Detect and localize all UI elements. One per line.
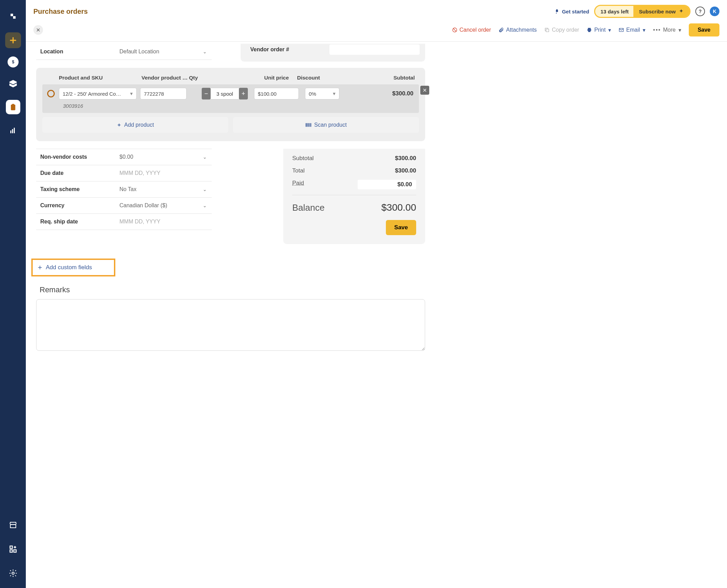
attachments-button[interactable]: Attachments — [498, 27, 537, 33]
chevron-down-icon: ⌄ — [198, 187, 212, 192]
help-icon[interactable]: ? — [695, 7, 705, 16]
vendor-order-number-input[interactable] — [329, 44, 420, 55]
remarks-title: Remarks — [36, 285, 425, 294]
svg-rect-11 — [546, 29, 549, 32]
col-qty: Qty — [189, 75, 241, 81]
req-ship-date-field[interactable]: Req. ship date MMM DD, YYYY — [36, 213, 212, 230]
taxing-scheme-field[interactable]: Taxing scheme No Tax ⌄ — [36, 181, 212, 197]
line-subtotal: $300.00 — [392, 90, 416, 97]
chevron-down-icon: ⌄ — [198, 154, 212, 160]
item-status-icon — [47, 90, 55, 97]
nav-inventory-icon[interactable] — [5, 76, 21, 92]
svg-rect-1 — [11, 105, 15, 111]
close-button[interactable] — [33, 25, 43, 35]
add-product-button[interactable]: Add product — [42, 117, 228, 133]
chevron-down-icon: ▾ — [130, 91, 133, 97]
nav-sales-icon[interactable]: $ — [8, 56, 19, 67]
email-button[interactable]: Email ▾ — [619, 27, 645, 33]
svg-rect-6 — [10, 546, 12, 548]
close-icon — [36, 28, 40, 32]
location-field[interactable]: Location Default Location ⌄ — [36, 44, 212, 60]
product-select[interactable]: 12/2 - 250' Armored Co… ▾ — [59, 88, 137, 99]
chevron-down-icon: ▾ — [678, 27, 681, 33]
remarks-section: Remarks — [36, 285, 425, 352]
svg-rect-4 — [12, 129, 13, 133]
line-item-row: 12/2 - 250' Armored Co… ▾ 7722278 − 3 sp… — [42, 84, 419, 113]
sidebar: $ — [0, 0, 26, 588]
action-bar: Cancel order Attachments Copy order Prin… — [26, 21, 727, 42]
nav-store-icon[interactable] — [5, 517, 21, 533]
remarks-textarea[interactable] — [36, 299, 425, 351]
page-title: Purchase orders — [33, 8, 88, 15]
currency-field[interactable]: Currency Canadian Dollar ($) ⌄ — [36, 197, 212, 213]
col-subtotal: Subtotal — [337, 75, 417, 81]
col-product: Product and SKU — [44, 75, 141, 81]
get-started-link[interactable]: Get started — [554, 9, 589, 14]
nav-purchase-orders-icon[interactable] — [6, 100, 20, 114]
scan-product-button[interactable]: Scan product — [233, 117, 419, 133]
vendor-order-number-field[interactable]: Vendor order # — [246, 44, 420, 60]
rocket-icon — [554, 9, 560, 14]
cancel-icon — [452, 27, 457, 33]
chevron-down-icon: ▾ — [608, 27, 611, 33]
header: Purchase orders Get started 13 days left… — [26, 0, 727, 21]
svg-rect-8 — [14, 550, 16, 552]
copy-icon — [544, 27, 550, 33]
plus-icon — [37, 264, 43, 271]
paperclip-icon — [498, 27, 504, 33]
trial-subscribe-pill[interactable]: 13 days left Subscribe now — [594, 5, 691, 18]
sparkle-icon — [678, 9, 684, 14]
chevron-down-icon: ⌄ — [198, 49, 212, 54]
col-discount: Discount — [293, 75, 337, 81]
qty-value[interactable]: 3 spool — [211, 88, 239, 99]
qty-decrement-button[interactable]: − — [202, 88, 211, 99]
nav-apps-icon[interactable] — [5, 541, 21, 557]
discount-select[interactable]: 0% ▾ — [305, 88, 339, 99]
svg-rect-3 — [10, 130, 11, 133]
qty-stepper: − 3 spool + — [202, 88, 248, 99]
subscribe-now-button[interactable]: Subscribe now — [633, 6, 689, 17]
line-items-block: Product and SKU Vendor product … Qty Uni… — [36, 68, 425, 141]
col-unit-price: Unit price — [241, 75, 293, 81]
svg-point-9 — [12, 572, 14, 575]
cancel-order-button[interactable]: Cancel order — [452, 27, 491, 33]
copy-order-button: Copy order — [544, 27, 579, 33]
non-vendor-costs-field[interactable]: Non-vendor costs $0.00 ⌄ — [36, 149, 212, 165]
chevron-down-icon: ▾ — [643, 27, 645, 33]
nav-add-icon[interactable] — [5, 32, 21, 48]
print-button[interactable]: Print ▾ — [587, 27, 611, 33]
add-custom-fields-button[interactable]: Add custom fields — [31, 259, 115, 276]
svg-rect-7 — [10, 550, 12, 552]
line-sku: 3003916 — [45, 103, 416, 109]
nav-settings-icon[interactable] — [5, 565, 21, 581]
nav-reports-icon[interactable] — [5, 123, 21, 138]
chevron-down-icon: ▾ — [333, 91, 336, 97]
paid-input[interactable]: $0.00 — [358, 180, 416, 189]
due-date-field[interactable]: Due date MMM DD, YYYY — [36, 165, 212, 181]
vendor-product-input[interactable]: 7722278 — [140, 88, 187, 99]
paid-link[interactable]: Paid — [292, 180, 304, 189]
avatar[interactable]: K — [710, 7, 719, 16]
trial-days-left: 13 days left — [595, 9, 634, 14]
col-vendor-product: Vendor product … — [141, 75, 189, 81]
email-icon — [619, 27, 624, 33]
barcode-icon — [305, 123, 312, 127]
qty-increment-button[interactable]: + — [239, 88, 248, 99]
delete-line-button[interactable] — [420, 86, 429, 95]
dots-icon: ••• — [653, 27, 661, 33]
close-icon — [423, 88, 427, 92]
svg-rect-5 — [14, 128, 15, 133]
summary-card: Subtotal $300.00 Total $300.00 Paid $0.0… — [283, 149, 425, 244]
plus-icon — [117, 123, 122, 127]
svg-text:$: $ — [12, 60, 14, 64]
more-button[interactable]: ••• More ▾ — [653, 27, 681, 33]
svg-rect-2 — [12, 104, 14, 105]
unit-price-input[interactable]: $100.00 — [254, 88, 299, 99]
chevron-down-icon: ⌄ — [198, 203, 212, 208]
nav-logo-icon[interactable] — [5, 8, 21, 24]
save-button-top[interactable]: Save — [689, 23, 719, 36]
save-button-summary[interactable]: Save — [386, 220, 416, 235]
print-icon — [587, 27, 592, 33]
